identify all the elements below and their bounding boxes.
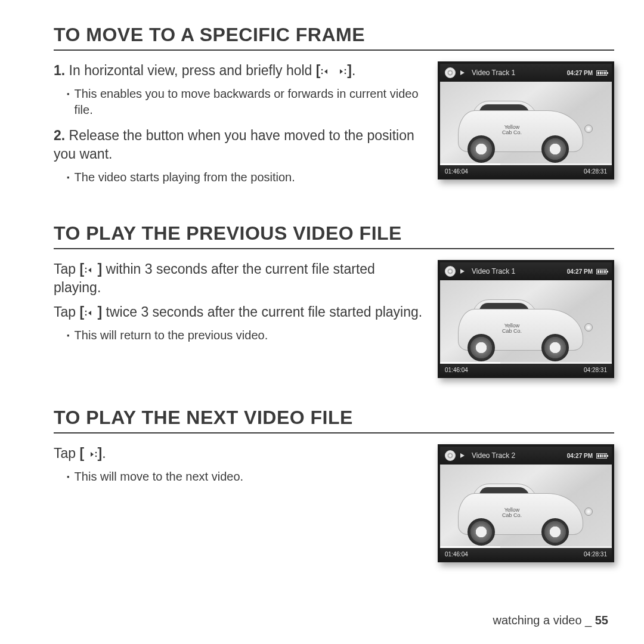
left-dots-icon [320, 67, 330, 76]
video-duration: 04:28:31 [584, 551, 607, 558]
video-title: Video Track 1 [472, 267, 515, 275]
left-dots-icon [84, 265, 94, 275]
section-next-video: TO PLAY THE NEXT VIDEO FILE Tap [ ]. Thi… [54, 407, 614, 562]
step-text: Tap [54, 304, 79, 320]
svg-point-7 [85, 268, 87, 270]
step-text-after: twice 3 seconds after the current file s… [102, 304, 422, 320]
sub-bullet: This will move to the next video. [75, 469, 243, 485]
svg-point-5 [345, 73, 346, 75]
clock: 04:27 PM [567, 268, 593, 275]
svg-marker-3 [340, 69, 343, 74]
clock: 04:27 PM [567, 70, 593, 76]
reel-icon [445, 67, 456, 78]
battery-icon [596, 269, 607, 274]
play-icon [460, 269, 465, 274]
step-text: In horizontal view, press and briefly ho… [69, 63, 316, 78]
page-number: 55 [595, 614, 608, 627]
video-preview: Video Track 1 04:27 PM Yellow Cab Co. 01… [438, 61, 614, 179]
svg-point-4 [345, 69, 346, 71]
svg-point-10 [85, 311, 87, 312]
battery-icon [596, 453, 607, 459]
svg-point-11 [85, 314, 87, 316]
left-dots-icon [84, 308, 94, 318]
svg-marker-12 [91, 452, 94, 457]
car-illustration: Yellow Cab Co. [452, 297, 595, 363]
heading: TO MOVE TO A SPECIFIC FRAME [54, 24, 614, 51]
svg-marker-9 [88, 311, 91, 315]
reel-icon [445, 266, 456, 277]
svg-point-14 [95, 456, 97, 457]
video-position: 01:46:04 [445, 367, 468, 373]
video-preview: Video Track 1 04:27 PM Yellow Cab Co. 01… [438, 260, 614, 378]
section-prev-video: TO PLAY THE PREVIOUS VIDEO FILE Tap [ ] … [54, 222, 614, 378]
section-move-frame: TO MOVE TO A SPECIFIC FRAME 1. In horizo… [54, 24, 614, 194]
svg-marker-6 [88, 268, 91, 273]
step-text-after: . [352, 63, 355, 78]
step-text: Tap [54, 445, 79, 461]
svg-marker-0 [324, 69, 327, 74]
clock: 04:27 PM [567, 453, 593, 459]
svg-point-2 [321, 73, 323, 75]
heading: TO PLAY THE NEXT VIDEO FILE [54, 407, 614, 434]
svg-point-8 [85, 271, 87, 273]
video-position: 01:46:04 [445, 551, 468, 558]
step-text-after: . [102, 445, 106, 461]
video-position: 01:46:04 [445, 168, 468, 175]
right-dots-icon [88, 450, 98, 459]
battery-icon [596, 70, 607, 76]
video-duration: 04:28:31 [584, 367, 607, 373]
video-preview: Video Track 2 04:27 PM Yellow Cab Co. 01… [438, 444, 614, 562]
play-icon [460, 453, 465, 458]
play-icon [460, 70, 465, 75]
sub-bullet: This will return to the previous video. [75, 327, 268, 343]
footer-label: watching a video _ [493, 614, 595, 627]
svg-point-13 [95, 452, 97, 454]
car-illustration: Yellow Cab Co. [452, 98, 595, 164]
page-footer: watching a video _ 55 [493, 614, 608, 627]
step-text: Tap [54, 261, 79, 277]
step-text: Release the button when you have moved t… [54, 128, 414, 162]
video-title: Video Track 1 [472, 69, 515, 77]
right-dots-icon [338, 67, 347, 76]
step-text-after: within 3 seconds after the current file … [54, 261, 375, 295]
reel-icon [445, 450, 456, 461]
video-duration: 04:28:31 [584, 168, 607, 175]
sub-bullet: The video starts playing from the positi… [75, 169, 295, 185]
svg-point-1 [321, 69, 323, 71]
step-number: 1. [54, 63, 65, 78]
sub-bullet: This enables you to move backwards or fo… [75, 86, 423, 118]
video-title: Video Track 2 [472, 451, 515, 460]
step-number: 2. [54, 128, 65, 143]
text-column: 1. In horizontal view, press and briefly… [54, 61, 423, 194]
heading: TO PLAY THE PREVIOUS VIDEO FILE [54, 222, 614, 249]
car-illustration: Yellow Cab Co. [452, 481, 595, 547]
